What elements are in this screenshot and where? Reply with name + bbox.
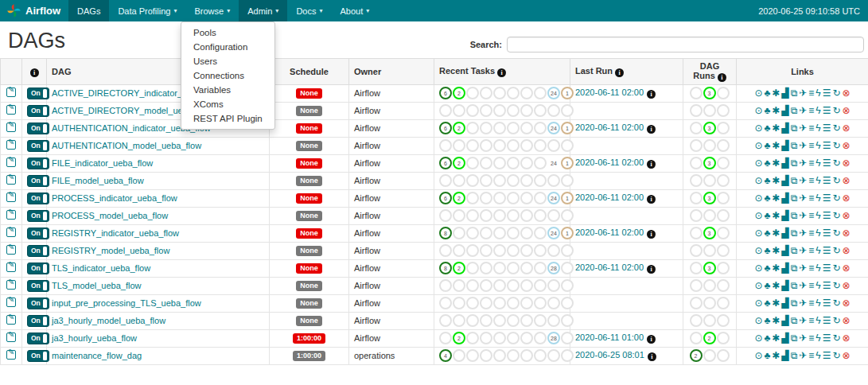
task-status-circle-empty[interactable] [480,192,492,204]
refresh-icon[interactable]: ↻ [832,106,840,115]
task-status-circle-empty[interactable] [466,104,479,117]
task-status-circle-empty[interactable] [493,139,506,152]
task-status-circle-empty[interactable] [534,332,547,344]
trigger-dag-icon[interactable]: ⊙ [754,158,762,168]
dag-link[interactable]: FILE_model_ueba_flow [52,176,144,185]
task-status-circle-success[interactable]: 2 [690,349,703,362]
task-status-circle-empty[interactable] [547,349,560,362]
search-input[interactable] [507,37,864,52]
graph-view-icon[interactable]: ✱ [772,106,780,115]
task-status-circle-empty[interactable] [534,349,547,362]
last-run-link[interactable]: 2020-06-11 02:00 [575,192,644,202]
task-status-circle-empty[interactable] [480,87,492,99]
refresh-icon[interactable]: ↻ [832,228,840,238]
task-status-circle-empty[interactable] [439,104,452,117]
task-status-circle-empty[interactable] [703,349,716,362]
nav-item-browse[interactable]: Browse▾ [185,0,239,21]
task-status-circle-empty[interactable] [520,349,533,362]
dag-pause-toggle[interactable]: On [27,158,49,169]
task-status-circle-empty[interactable] [690,122,703,134]
task-tries-icon[interactable]: ⧉ [791,298,798,308]
task-status-circle-empty[interactable] [507,174,520,187]
trigger-dag-icon[interactable]: ⊙ [754,298,762,308]
task-status-circle-empty[interactable] [466,139,479,152]
tree-view-icon[interactable]: ♣ [764,106,770,115]
task-status-circle-empty[interactable] [690,279,703,292]
task-status-circle-plain[interactable]: 24 [547,157,560,169]
tree-view-icon[interactable]: ♣ [764,141,770,150]
gantt-icon[interactable]: ≡ [808,316,814,325]
task-status-circle-empty[interactable] [534,209,547,222]
task-tries-icon[interactable]: ⧉ [791,88,798,98]
task-status-circle-none[interactable]: 24 [547,122,560,134]
dag-pause-toggle[interactable]: On [27,140,49,152]
task-duration-icon[interactable]: ▟ [781,228,788,238]
dag-link[interactable]: maintenance_flow_dag [52,351,142,360]
task-status-circle-empty[interactable] [690,104,703,117]
task-status-circle-empty[interactable] [717,227,730,239]
task-status-circle-empty[interactable] [717,157,730,169]
task-duration-icon[interactable]: ▟ [781,351,788,360]
menu-item-pools[interactable]: Pools [181,25,274,40]
dag-details-icon[interactable]: ☰ [823,246,831,255]
refresh-icon[interactable]: ↻ [832,281,840,290]
task-status-circle-empty[interactable] [466,209,479,222]
task-status-circle-empty[interactable] [547,279,560,292]
code-view-icon[interactable]: ϟ [815,88,820,98]
task-status-circle-running[interactable]: 3 [703,227,716,239]
delete-dag-icon[interactable]: ⊗ [843,263,850,273]
task-status-circle-empty[interactable] [717,122,730,134]
task-status-circle-empty[interactable] [717,297,730,309]
task-status-circle-empty[interactable] [520,279,533,292]
task-status-circle-empty[interactable] [717,314,730,327]
task-status-circle-none[interactable]: 24 [547,227,560,239]
task-status-circle-empty[interactable] [480,209,492,222]
dag-link[interactable]: PROCESS_indicator_ueba_flow [52,193,177,203]
task-status-circle-empty[interactable] [493,87,506,99]
task-status-circle-empty[interactable] [534,139,547,152]
task-status-circle-empty[interactable] [534,297,547,309]
tree-view-icon[interactable]: ♣ [764,193,770,203]
delete-dag-icon[interactable]: ⊗ [843,106,850,115]
trigger-dag-icon[interactable]: ⊙ [754,263,762,273]
delete-dag-icon[interactable]: ⊗ [843,176,850,185]
task-status-circle-empty[interactable] [703,297,716,309]
menu-item-configuration[interactable]: Configuration [181,40,274,54]
landing-times-icon[interactable]: ✈ [799,123,807,133]
task-status-circle-success[interactable]: 4 [439,349,452,362]
task-status-circle-empty[interactable] [507,244,520,257]
task-status-circle-empty[interactable] [480,139,492,152]
task-status-circle-empty[interactable] [520,262,533,274]
task-status-circle-empty[interactable] [439,297,452,309]
task-status-circle-empty[interactable] [717,174,730,187]
task-status-circle-empty[interactable] [520,227,533,239]
task-duration-icon[interactable]: ▟ [781,123,788,133]
task-status-circle-empty[interactable] [466,297,479,309]
task-status-circle-empty[interactable] [480,104,492,117]
task-status-circle-empty[interactable] [520,87,533,99]
landing-times-icon[interactable]: ✈ [799,351,807,360]
task-status-circle-empty[interactable] [493,209,506,222]
graph-view-icon[interactable]: ✱ [772,123,780,133]
gantt-icon[interactable]: ≡ [808,281,814,290]
task-status-circle-empty[interactable] [439,244,452,257]
refresh-icon[interactable]: ↻ [832,298,840,308]
graph-view-icon[interactable]: ✱ [772,281,780,290]
landing-times-icon[interactable]: ✈ [799,176,807,185]
task-status-circle-empty[interactable] [534,262,547,274]
task-status-circle-empty[interactable] [690,227,703,239]
delete-dag-icon[interactable]: ⊗ [843,228,850,238]
code-view-icon[interactable]: ϟ [815,316,820,325]
task-duration-icon[interactable]: ▟ [781,281,788,290]
task-status-circle-empty[interactable] [547,244,560,257]
task-status-circle-empty[interactable] [493,279,506,292]
dag-details-icon[interactable]: ☰ [823,106,831,115]
edit-dag-icon[interactable] [6,158,16,167]
task-status-circle-running[interactable]: 3 [703,87,716,99]
menu-item-xcoms[interactable]: XComs [181,97,274,111]
task-status-circle-empty[interactable] [453,209,465,222]
dag-pause-toggle[interactable]: On [27,315,49,327]
task-status-circle-empty[interactable] [493,192,506,204]
task-status-circle-empty[interactable] [493,262,506,274]
graph-view-icon[interactable]: ✱ [772,211,780,220]
